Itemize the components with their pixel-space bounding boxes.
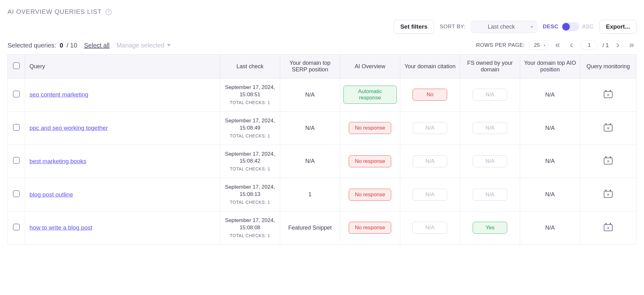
calendar-cancel-icon[interactable]: ×	[604, 223, 613, 231]
sort-by-label: SORT BY:	[440, 24, 465, 30]
last-check-cell: September 17, 2024, 15:08:51 TOTAL CHECK…	[223, 84, 277, 106]
last-check-date: September 17, 2024, 15:08:49	[225, 118, 275, 131]
rows-per-page-value: 25	[534, 42, 540, 48]
rows-per-page-select[interactable]: 25 ▾	[529, 41, 548, 50]
fs-owned-badge: Yes	[473, 222, 507, 234]
page-next-icon[interactable]	[613, 41, 623, 49]
row-checkbox[interactable]	[13, 224, 20, 231]
col-monitoring: Query monitoring	[580, 55, 636, 78]
table-row: blog post outline September 17, 2024, 15…	[8, 178, 636, 211]
select-all-link[interactable]: Select all	[84, 42, 109, 49]
serp-position: N/A	[305, 125, 315, 131]
help-icon[interactable]: ?	[105, 9, 112, 15]
subbar: Selected queries: 0 / 10 Select all Mana…	[8, 39, 636, 54]
row-checkbox[interactable]	[13, 157, 20, 164]
last-check-cell: September 17, 2024, 15:08:13 TOTAL CHECK…	[223, 184, 277, 205]
ai-overview-badge: No response	[349, 122, 391, 134]
last-check-cell: September 17, 2024, 15:08:08 TOTAL CHECK…	[223, 217, 277, 239]
sort-direction-toggle: DESC ASC	[543, 22, 594, 31]
last-check-date: September 17, 2024, 15:08:51	[225, 84, 275, 97]
rows-per-page-label: ROWS PER PAGE:	[476, 42, 525, 48]
citation-badge: No	[413, 89, 447, 101]
page-title: AI OVERVIEW QUERIES LIST	[8, 8, 102, 15]
select-all-checkbox[interactable]	[13, 62, 20, 69]
query-link[interactable]: how to write a blog post	[30, 224, 92, 231]
sort-by-select[interactable]: Last check ▾	[471, 21, 537, 33]
col-aio-position: Your domain top AIO position	[520, 55, 580, 78]
fs-owned-badge: N/A	[473, 89, 507, 101]
selected-count: Selected queries: 0 / 10	[8, 42, 77, 49]
calendar-cancel-icon[interactable]: ×	[604, 190, 613, 198]
ai-overview-badge: No response	[349, 222, 391, 234]
query-link[interactable]: seo content marketing	[30, 91, 88, 98]
page-input[interactable]	[580, 41, 598, 50]
fs-owned-badge: N/A	[473, 189, 507, 201]
table-row: how to write a blog post September 17, 2…	[8, 211, 636, 245]
page-first-icon[interactable]	[553, 41, 562, 49]
calendar-cancel-icon[interactable]: ×	[604, 90, 613, 98]
manage-selected-dropdown[interactable]: Manage selected	[116, 42, 170, 49]
selected-total: 10	[70, 42, 77, 49]
query-link[interactable]: ppc and seo working together	[30, 125, 108, 131]
citation-badge: N/A	[413, 189, 447, 201]
serp-position: N/A	[305, 158, 315, 164]
selected-label: Selected queries:	[8, 42, 56, 49]
col-ai-overview: AI Overview	[340, 55, 400, 78]
last-check-cell: September 17, 2024, 15:08:42 TOTAL CHECK…	[223, 151, 277, 172]
row-checkbox[interactable]	[13, 190, 20, 197]
sort-desc-label: DESC	[543, 24, 558, 30]
chevron-down-icon: ▾	[544, 43, 546, 47]
table-row: best marketing books September 17, 2024,…	[8, 145, 636, 178]
total-checks: TOTAL CHECKS: 1	[223, 199, 277, 205]
total-checks: TOTAL CHECKS: 1	[223, 233, 277, 239]
col-last-check: Last check	[220, 55, 280, 78]
aio-position: N/A	[545, 125, 555, 131]
calendar-cancel-icon[interactable]: ×	[604, 123, 613, 131]
chevron-down-icon: ▾	[531, 25, 533, 29]
query-link[interactable]: best marketing books	[30, 158, 86, 164]
row-checkbox[interactable]	[13, 91, 20, 97]
page-prev-icon[interactable]	[567, 41, 576, 49]
col-citation: Your domain citation	[400, 55, 460, 78]
export-button[interactable]: Export...	[599, 20, 636, 34]
toolbar: Set filters SORT BY: Last check ▾ DESC A…	[8, 18, 636, 39]
total-checks: TOTAL CHECKS: 1	[223, 133, 277, 139]
sort-direction-switch[interactable]	[562, 22, 579, 31]
ai-overview-badge: Automatic response	[343, 86, 397, 104]
fs-owned-badge: N/A	[473, 155, 507, 167]
ai-overview-badge: No response	[349, 189, 391, 201]
sort-asc-label: ASC	[582, 24, 594, 30]
page-total-value: 1	[606, 42, 609, 48]
aio-position: N/A	[545, 158, 555, 164]
last-check-date: September 17, 2024, 15:08:08	[225, 217, 275, 231]
col-query: Query	[25, 55, 220, 78]
queries-table: Query Last check Your domain top SERP po…	[8, 54, 636, 245]
caret-down-icon	[167, 44, 171, 47]
page-total: / 1	[602, 42, 609, 49]
ai-overview-badge: No response	[349, 155, 391, 167]
calendar-cancel-icon[interactable]: ×	[604, 156, 613, 164]
sort-by-value: Last check	[488, 24, 515, 30]
selected-number: 0	[60, 42, 63, 49]
citation-badge: N/A	[413, 222, 447, 234]
page-last-icon[interactable]	[627, 41, 636, 49]
col-fs-owned: FS owned by your domain	[460, 55, 520, 78]
table-header-row: Query Last check Your domain top SERP po…	[8, 55, 636, 78]
total-checks: TOTAL CHECKS: 1	[223, 100, 277, 106]
serp-position: N/A	[305, 92, 315, 98]
table-row: seo content marketing September 17, 2024…	[8, 78, 636, 112]
aio-position: N/A	[545, 92, 555, 98]
row-checkbox[interactable]	[13, 124, 20, 131]
citation-badge: N/A	[413, 155, 447, 167]
aio-position: N/A	[545, 191, 555, 198]
query-link[interactable]: blog post outline	[30, 191, 73, 198]
fs-owned-badge: N/A	[473, 122, 507, 134]
col-serp-position: Your domain top SERP position	[280, 55, 340, 78]
serp-position: Featured Snippet	[288, 225, 332, 231]
last-check-date: September 17, 2024, 15:08:13	[225, 184, 275, 197]
total-checks: TOTAL CHECKS: 1	[223, 166, 277, 172]
table-row: ppc and seo working together September 1…	[8, 111, 636, 145]
header-checkbox	[8, 55, 25, 78]
manage-selected-label: Manage selected	[116, 42, 164, 49]
set-filters-button[interactable]: Set filters	[394, 20, 434, 34]
